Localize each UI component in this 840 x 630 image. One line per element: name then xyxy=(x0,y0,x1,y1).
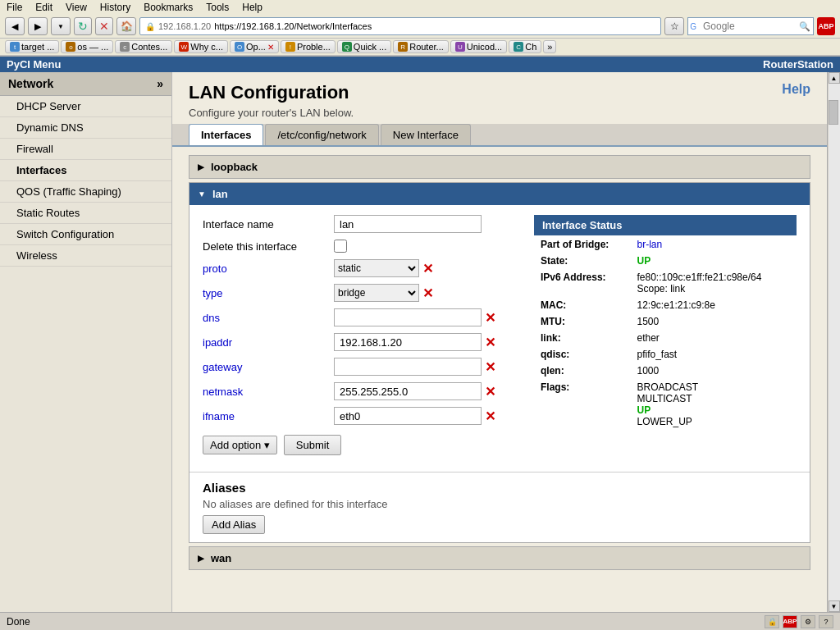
ifname-delete-icon[interactable]: ✕ xyxy=(485,409,495,424)
bookmark-op[interactable]: O Op... ✕ xyxy=(230,40,279,53)
ipaddr-row: ipaddr ✕ xyxy=(203,333,518,351)
status-row-link: link: ether xyxy=(536,331,795,345)
sidebar-item-dhcp[interactable]: DHCP Server xyxy=(0,96,171,117)
interface-name-input[interactable] xyxy=(334,215,482,233)
bookmark-quick[interactable]: Q Quick ... xyxy=(337,40,391,53)
adblock-button[interactable]: ABP xyxy=(817,17,835,35)
ifname-input[interactable] xyxy=(334,407,482,425)
add-alias-button[interactable]: Add Alias xyxy=(203,515,265,534)
bookmark-unicod[interactable]: U Unicod... xyxy=(450,40,507,53)
sidebar-item-ddns[interactable]: Dynamic DNS xyxy=(0,117,171,139)
dns-delete-icon[interactable]: ✕ xyxy=(485,310,495,326)
aliases-title: Aliases xyxy=(203,481,797,495)
dns-input[interactable] xyxy=(334,308,482,326)
gateway-link[interactable]: gateway xyxy=(203,361,242,373)
loopback-header[interactable]: ▶ loopback xyxy=(189,156,810,178)
submit-button[interactable]: Submit xyxy=(284,435,341,455)
scroll-up-button[interactable]: ▲ xyxy=(829,72,840,84)
pycli-menu-button[interactable]: PyCI Menu xyxy=(7,58,61,71)
forward-dropdown[interactable]: ▼ xyxy=(51,17,71,35)
url-star[interactable]: ☆ xyxy=(664,17,684,35)
dns-link[interactable]: dns xyxy=(203,312,220,324)
ipaddr-input[interactable] xyxy=(334,333,482,351)
refresh-button[interactable]: ↻ xyxy=(74,17,92,35)
tab-interfaces[interactable]: Interfaces xyxy=(189,124,263,145)
netmask-delete-icon[interactable]: ✕ xyxy=(485,384,495,399)
status-qlen-label: qlen: xyxy=(536,363,630,378)
status-text: Done xyxy=(7,616,30,628)
delete-checkbox[interactable] xyxy=(334,240,347,253)
ipaddr-label: ipaddr xyxy=(203,336,334,349)
netmask-link[interactable]: netmask xyxy=(203,386,243,398)
help-link[interactable]: Help xyxy=(782,82,810,97)
proto-link[interactable]: proto xyxy=(203,262,227,275)
ipaddr-link[interactable]: ipaddr xyxy=(203,336,232,349)
type-link[interactable]: type xyxy=(203,287,223,299)
type-select[interactable]: bridge tunnel xyxy=(334,284,419,302)
bookmark-router[interactable]: R Router... xyxy=(393,40,449,53)
type-delete-icon[interactable]: ✕ xyxy=(422,285,433,301)
status-link-value: ether xyxy=(632,331,795,345)
stop-button[interactable]: ✕ xyxy=(95,17,113,35)
sidebar-item-interfaces[interactable]: Interfaces xyxy=(0,160,171,181)
home-button[interactable]: 🏠 xyxy=(116,17,136,35)
delete-label: Delete this interface xyxy=(203,240,334,253)
netmask-input[interactable] xyxy=(334,382,482,400)
bookmark-contes[interactable]: c Contes... xyxy=(115,40,172,53)
bookmark-os[interactable]: o os — ... xyxy=(61,40,113,53)
back-button[interactable]: ◀ xyxy=(5,17,25,35)
tabs-bar: Interfaces /etc/config/network New Inter… xyxy=(172,124,827,147)
status-bridge-value[interactable]: br-lan xyxy=(637,239,662,250)
sidebar-item-static-routes[interactable]: Static Routes xyxy=(0,203,171,224)
bookmark-proble[interactable]: ! Proble... xyxy=(281,40,336,53)
sidebar-item-firewall[interactable]: Firewall xyxy=(0,139,171,160)
sidebar-item-switch[interactable]: Switch Configuration xyxy=(0,224,171,245)
tab-new-interface[interactable]: New Interface xyxy=(381,124,471,145)
scroll-thumb[interactable] xyxy=(829,100,838,125)
bookmark-ch[interactable]: C Ch xyxy=(509,40,541,53)
lan-toggle-icon: ▼ xyxy=(198,189,206,199)
search-input[interactable] xyxy=(698,18,797,34)
flag-multicast: MULTICAST xyxy=(637,393,790,404)
loopback-name: loopback xyxy=(211,161,258,173)
tab-config-network[interactable]: /etc/config/network xyxy=(265,124,378,145)
proto-select[interactable]: static dhcp pppoe xyxy=(334,259,419,277)
gateway-delete-icon[interactable]: ✕ xyxy=(485,359,495,375)
dns-row: dns ✕ xyxy=(203,308,518,326)
ipaddr-delete-icon[interactable]: ✕ xyxy=(485,335,495,350)
aliases-section: Aliases No aliases are defined for this … xyxy=(189,472,810,542)
gateway-input[interactable] xyxy=(334,358,482,376)
search-button[interactable]: 🔍 xyxy=(797,18,813,34)
bookmark-icon-ch: C xyxy=(514,42,523,52)
forward-button[interactable]: ▶ xyxy=(28,17,48,35)
routerstation-label: RouterStation xyxy=(763,58,833,71)
lan-header[interactable]: ▼ lan xyxy=(189,183,810,205)
bookmark-why[interactable]: W Why c... xyxy=(174,40,228,53)
menu-bookmarks[interactable]: Bookmarks xyxy=(144,2,193,13)
menu-view[interactable]: View xyxy=(66,2,87,13)
add-option-button[interactable]: Add option ▾ xyxy=(203,436,277,454)
lan-row: ▼ lan Interface name Delete this interfa… xyxy=(189,182,810,543)
menu-history[interactable]: History xyxy=(100,2,130,13)
wan-header[interactable]: ▶ wan xyxy=(189,547,810,569)
bookmark-more[interactable]: » xyxy=(543,40,556,53)
menu-help[interactable]: Help xyxy=(242,2,262,13)
bookmark-target[interactable]: t target ... xyxy=(5,40,59,53)
sidebar-section-network[interactable]: Network » xyxy=(0,72,171,96)
ifname-link[interactable]: ifname xyxy=(203,410,235,422)
proto-delete-icon[interactable]: ✕ xyxy=(422,261,433,276)
aliases-text: No aliases are defined for this interfac… xyxy=(203,498,797,510)
sidebar-item-wireless[interactable]: Wireless xyxy=(0,245,171,267)
info-icon: ? xyxy=(819,615,833,628)
menu-file[interactable]: File xyxy=(7,2,22,13)
ssl-icon: 🔒 xyxy=(765,615,779,628)
status-row-ipv6: IPv6 Address: fe80::109c:e1ff:fe21:c98e/… xyxy=(536,270,795,296)
menu-tools[interactable]: Tools xyxy=(206,2,229,13)
wan-name: wan xyxy=(211,552,231,564)
bookmark-icon-router: R xyxy=(398,42,408,52)
scroll-down-button[interactable]: ▼ xyxy=(829,600,840,612)
google-icon: G xyxy=(688,22,698,31)
status-table: Part of Bridge: br-lan State: UP IPv6 Ad… xyxy=(534,235,797,431)
menu-edit[interactable]: Edit xyxy=(35,2,52,13)
sidebar-item-qos[interactable]: QOS (Traffic Shaping) xyxy=(0,181,171,203)
